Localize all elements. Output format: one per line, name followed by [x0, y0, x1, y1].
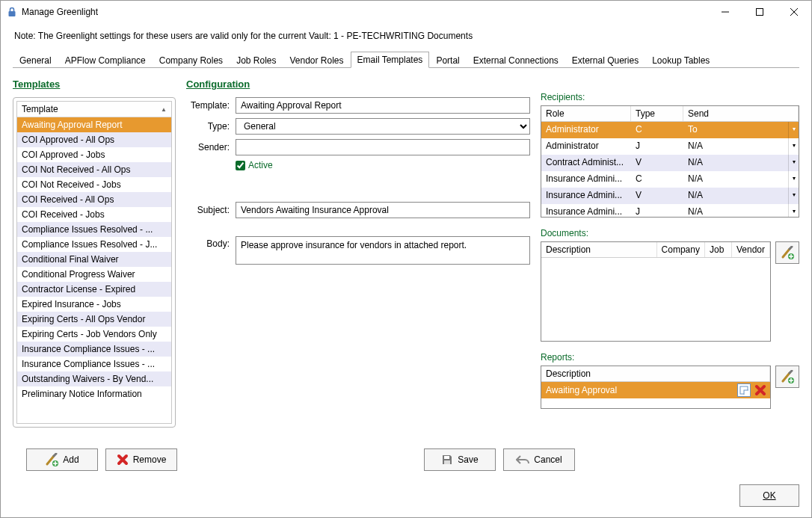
documents-col-company[interactable]: Company	[657, 242, 705, 257]
template-list-item[interactable]: Preliminary Notice Information	[17, 386, 171, 401]
svg-rect-7	[744, 390, 748, 395]
recipients-row-dropdown[interactable]: ▾	[788, 204, 799, 217]
reports-col-description[interactable]: Description	[541, 366, 770, 381]
tab-external-connections[interactable]: External Connections	[467, 52, 565, 68]
configuration-heading: Configuration	[186, 78, 530, 90]
save-button[interactable]: Save	[424, 448, 496, 471]
templates-list[interactable]: Template ▲ Awaiting Approval ReportCOI A…	[16, 101, 172, 424]
app-lock-icon	[7, 6, 17, 18]
reports-add-button[interactable]	[775, 366, 799, 388]
documents-col-vendor[interactable]: Vendor	[732, 242, 770, 257]
active-checkbox[interactable]	[236, 161, 245, 170]
reports-label: Reports:	[541, 352, 799, 363]
templates-listbox: Template ▲ Awaiting Approval ReportCOI A…	[13, 97, 176, 428]
recipients-cell-send: N/A	[683, 171, 788, 188]
recipients-cell-role: Insurance Admini...	[541, 171, 631, 188]
window-minimize-button[interactable]	[708, 1, 742, 23]
template-list-item[interactable]: Compliance Issues Resolved - J...	[17, 237, 171, 252]
delete-x-icon	[117, 454, 129, 466]
recipients-row[interactable]: Insurance Admini...JN/A▾	[541, 204, 799, 217]
type-label: Type:	[186, 121, 236, 132]
window-title: Manage Greenlight	[22, 7, 98, 17]
tab-vendor-roles[interactable]: Vendor Roles	[283, 52, 351, 68]
recipients-row-dropdown[interactable]: ▾	[788, 188, 799, 204]
documents-col-description[interactable]: Description	[541, 242, 657, 257]
report-delete-icon[interactable]	[754, 383, 767, 397]
tab-lookup-tables[interactable]: Lookup Tables	[645, 52, 716, 68]
template-list-item[interactable]: COI Approved - Jobs	[17, 147, 171, 162]
template-list-item[interactable]: COI Not Received - Jobs	[17, 177, 171, 192]
sender-input[interactable]	[236, 139, 530, 155]
recipients-cell-send: N/A	[683, 155, 788, 171]
template-input[interactable]	[236, 97, 530, 114]
recipients-row-dropdown[interactable]: ▾	[788, 138, 799, 155]
recipients-cell-type: C	[631, 122, 683, 138]
remove-button-label: Remove	[133, 454, 167, 465]
active-label: Active	[248, 160, 273, 170]
recipients-cell-send: To	[683, 122, 788, 138]
templates-column-header[interactable]: Template ▲	[17, 102, 171, 117]
tab-email-templates[interactable]: Email Templates	[351, 52, 430, 68]
add-button[interactable]: Add	[26, 448, 98, 471]
ok-button-label: OK	[763, 490, 775, 501]
recipients-col-send[interactable]: Send	[683, 106, 799, 121]
recipients-col-role[interactable]: Role	[541, 106, 631, 121]
tab-apflow-compliance[interactable]: APFlow Compliance	[58, 52, 153, 68]
recipients-cell-type: J	[631, 138, 683, 155]
title-bar: Manage Greenlight	[1, 1, 811, 23]
cancel-button[interactable]: Cancel	[503, 448, 575, 471]
templates-column-label: Template	[22, 104, 58, 114]
tab-portal[interactable]: Portal	[429, 52, 466, 68]
templates-heading: Templates	[13, 78, 176, 90]
save-icon	[441, 454, 453, 466]
report-open-icon[interactable]	[737, 383, 751, 397]
type-select[interactable]: General	[236, 118, 530, 135]
template-list-item[interactable]: COI Approved - All Ops	[17, 132, 171, 147]
tab-external-queries[interactable]: External Queries	[565, 52, 645, 68]
recipients-row[interactable]: Contract Administ...VN/A▾	[541, 155, 799, 171]
template-list-item[interactable]: Awaiting Approval Report	[17, 117, 171, 132]
ok-button[interactable]: OK	[739, 484, 799, 507]
recipients-row[interactable]: Insurance Admini...VN/A▾	[541, 188, 799, 204]
documents-add-button[interactable]	[775, 241, 799, 264]
template-list-item[interactable]: Insurance Compliance Issues - ...	[17, 342, 171, 357]
template-list-item[interactable]: Expiring Certs - Job Vendors Only	[17, 327, 171, 342]
template-list-item[interactable]: Insurance Compliance Issues - ...	[17, 357, 171, 371]
undo-icon	[516, 454, 529, 465]
window-maximize-button[interactable]	[742, 1, 777, 23]
recipients-row-dropdown[interactable]: ▾	[788, 122, 799, 138]
vault-note: Note: The Greenlight settings for these …	[1, 23, 811, 52]
template-list-item[interactable]: Outstanding Waivers - By Vend...	[17, 371, 171, 386]
template-list-item[interactable]: COI Received - All Ops	[17, 192, 171, 207]
recipients-cell-send: N/A	[683, 188, 788, 204]
svg-rect-10	[444, 456, 449, 459]
remove-button[interactable]: Remove	[105, 448, 177, 471]
template-list-item[interactable]: Conditional Progress Waiver	[17, 267, 171, 282]
recipients-cell-type: V	[631, 155, 683, 171]
template-list-item[interactable]: COI Not Received - All Ops	[17, 162, 171, 177]
recipients-row[interactable]: AdministratorCTo▾	[541, 122, 799, 138]
template-list-item[interactable]: Compliance Issues Resolved - ...	[17, 222, 171, 237]
report-row[interactable]: Awaiting Approval	[541, 382, 770, 398]
tab-company-roles[interactable]: Company Roles	[153, 52, 230, 68]
template-list-item[interactable]: Expiring Certs - All Ops Vendor	[17, 312, 171, 327]
subject-input[interactable]	[236, 202, 530, 218]
recipients-row-dropdown[interactable]: ▾	[788, 171, 799, 188]
tab-general[interactable]: General	[13, 52, 58, 68]
template-list-item[interactable]: Expired Insurance - Jobs	[17, 297, 171, 312]
recipients-row[interactable]: AdministratorJN/A▾	[541, 138, 799, 155]
template-list-item[interactable]: COI Received - Jobs	[17, 207, 171, 222]
tab-job-roles[interactable]: Job Roles	[230, 52, 283, 68]
recipients-row-dropdown[interactable]: ▾	[788, 155, 799, 171]
template-list-item[interactable]: Contractor License - Expired	[17, 282, 171, 297]
recipients-col-type[interactable]: Type	[631, 106, 683, 121]
window-close-button[interactable]	[777, 1, 811, 23]
template-list-item[interactable]: Conditional Final Waiver	[17, 252, 171, 267]
body-label: Body:	[186, 236, 236, 249]
documents-grid: Description Company Job Vendor	[541, 241, 771, 342]
recipients-grid: Role Type Send AdministratorCTo▾Administ…	[541, 105, 799, 218]
recipients-row[interactable]: Insurance Admini...CN/A▾	[541, 171, 799, 188]
template-label: Template:	[186, 100, 236, 111]
body-textarea[interactable]	[236, 236, 530, 265]
documents-col-job[interactable]: Job	[705, 242, 732, 257]
